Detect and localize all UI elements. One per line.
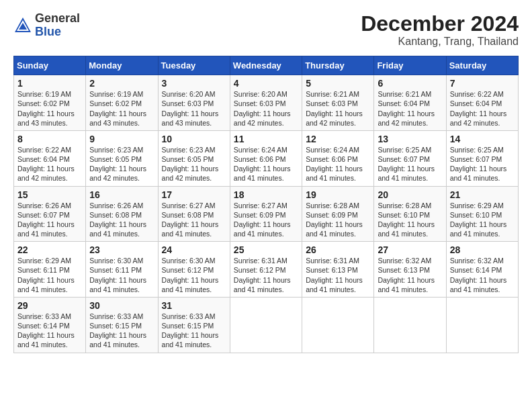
page-title: December 2024	[361, 12, 519, 36]
day-info: Sunrise: 6:24 AMSunset: 6:06 PMDaylight:…	[234, 146, 291, 183]
table-cell: 1 Sunrise: 6:19 AMSunset: 6:02 PMDayligh…	[14, 75, 86, 131]
day-number: 8	[17, 134, 83, 144]
table-cell: 28 Sunrise: 6:32 AMSunset: 6:14 PMDaylig…	[446, 242, 518, 298]
day-number: 1	[17, 78, 83, 89]
calendar-table: Sunday Monday Tuesday Wednesday Thursday…	[13, 56, 519, 353]
table-cell: 7 Sunrise: 6:22 AMSunset: 6:04 PMDayligh…	[446, 75, 518, 131]
table-cell: 10 Sunrise: 6:23 AMSunset: 6:05 PMDaylig…	[158, 130, 230, 186]
day-number: 28	[450, 244, 515, 255]
table-cell: 6 Sunrise: 6:21 AMSunset: 6:04 PMDayligh…	[374, 75, 446, 131]
table-cell: 18 Sunrise: 6:27 AMSunset: 6:09 PMDaylig…	[230, 186, 302, 242]
day-number: 31	[162, 300, 227, 311]
header: General Blue December 2024 Kantang, Tran…	[13, 12, 519, 48]
table-cell: 22 Sunrise: 6:29 AMSunset: 6:11 PMDaylig…	[14, 242, 86, 298]
day-info: Sunrise: 6:33 AMSunset: 6:15 PMDaylight:…	[162, 312, 219, 349]
day-info: Sunrise: 6:30 AMSunset: 6:11 PMDaylight:…	[89, 257, 146, 293]
day-info: Sunrise: 6:27 AMSunset: 6:09 PMDaylight:…	[234, 201, 291, 238]
header-row: Sunday Monday Tuesday Wednesday Thursday…	[14, 56, 519, 75]
day-number: 10	[162, 134, 227, 144]
day-info: Sunrise: 6:25 AMSunset: 6:07 PMDaylight:…	[378, 146, 435, 183]
day-number: 2	[89, 78, 154, 89]
day-info: Sunrise: 6:21 AMSunset: 6:03 PMDaylight:…	[306, 90, 363, 127]
day-number: 27	[378, 244, 443, 255]
day-number: 21	[450, 189, 515, 200]
table-cell: 5 Sunrise: 6:21 AMSunset: 6:03 PMDayligh…	[302, 75, 374, 131]
title-area: December 2024 Kantang, Trang, Thailand	[361, 12, 519, 48]
table-cell: 25 Sunrise: 6:31 AMSunset: 6:12 PMDaylig…	[230, 242, 302, 298]
table-row: 22 Sunrise: 6:29 AMSunset: 6:11 PMDaylig…	[14, 242, 519, 298]
table-cell: 4 Sunrise: 6:20 AMSunset: 6:03 PMDayligh…	[230, 75, 302, 131]
table-cell: 31 Sunrise: 6:33 AMSunset: 6:15 PMDaylig…	[158, 297, 230, 353]
day-number: 20	[378, 189, 443, 200]
empty-cell	[230, 297, 302, 353]
table-cell: 16 Sunrise: 6:26 AMSunset: 6:08 PMDaylig…	[86, 186, 158, 242]
day-info: Sunrise: 6:19 AMSunset: 6:02 PMDaylight:…	[89, 90, 146, 127]
day-info: Sunrise: 6:22 AMSunset: 6:04 PMDaylight:…	[17, 146, 75, 183]
day-info: Sunrise: 6:29 AMSunset: 6:11 PMDaylight:…	[17, 257, 75, 293]
day-info: Sunrise: 6:30 AMSunset: 6:12 PMDaylight:…	[162, 257, 219, 293]
day-number: 13	[378, 134, 443, 144]
day-info: Sunrise: 6:24 AMSunset: 6:06 PMDaylight:…	[306, 146, 363, 183]
col-monday: Monday	[86, 56, 158, 75]
day-info: Sunrise: 6:28 AMSunset: 6:10 PMDaylight:…	[378, 201, 435, 238]
day-number: 18	[234, 189, 299, 200]
day-info: Sunrise: 6:26 AMSunset: 6:07 PMDaylight:…	[17, 201, 75, 238]
day-info: Sunrise: 6:31 AMSunset: 6:13 PMDaylight:…	[306, 257, 363, 293]
logo-blue: Blue	[35, 26, 80, 39]
day-number: 24	[162, 244, 227, 255]
day-info: Sunrise: 6:32 AMSunset: 6:14 PMDaylight:…	[450, 257, 507, 293]
empty-cell	[446, 297, 518, 353]
day-info: Sunrise: 6:33 AMSunset: 6:15 PMDaylight:…	[89, 312, 146, 349]
col-wednesday: Wednesday	[230, 56, 302, 75]
day-number: 17	[162, 189, 227, 200]
table-cell: 20 Sunrise: 6:28 AMSunset: 6:10 PMDaylig…	[374, 186, 446, 242]
day-number: 22	[17, 244, 83, 255]
day-number: 29	[17, 300, 83, 311]
day-info: Sunrise: 6:26 AMSunset: 6:08 PMDaylight:…	[89, 201, 146, 238]
day-info: Sunrise: 6:31 AMSunset: 6:12 PMDaylight:…	[234, 257, 291, 293]
table-cell: 30 Sunrise: 6:33 AMSunset: 6:15 PMDaylig…	[86, 297, 158, 353]
day-info: Sunrise: 6:27 AMSunset: 6:08 PMDaylight:…	[162, 201, 219, 238]
table-cell: 29 Sunrise: 6:33 AMSunset: 6:14 PMDaylig…	[14, 297, 86, 353]
logo-general: General	[35, 12, 80, 26]
table-cell: 21 Sunrise: 6:29 AMSunset: 6:10 PMDaylig…	[446, 186, 518, 242]
table-cell: 3 Sunrise: 6:20 AMSunset: 6:03 PMDayligh…	[158, 75, 230, 131]
day-info: Sunrise: 6:21 AMSunset: 6:04 PMDaylight:…	[378, 90, 435, 127]
day-number: 7	[450, 78, 515, 89]
col-sunday: Sunday	[14, 56, 86, 75]
table-cell: 24 Sunrise: 6:30 AMSunset: 6:12 PMDaylig…	[158, 242, 230, 298]
table-row: 8 Sunrise: 6:22 AMSunset: 6:04 PMDayligh…	[14, 130, 519, 186]
day-number: 4	[234, 78, 299, 89]
day-number: 19	[306, 189, 371, 200]
table-row: 15 Sunrise: 6:26 AMSunset: 6:07 PMDaylig…	[14, 186, 519, 242]
col-friday: Friday	[374, 56, 446, 75]
page-subtitle: Kantang, Trang, Thailand	[361, 36, 519, 48]
day-info: Sunrise: 6:20 AMSunset: 6:03 PMDaylight:…	[234, 90, 291, 127]
table-cell: 12 Sunrise: 6:24 AMSunset: 6:06 PMDaylig…	[302, 130, 374, 186]
table-cell: 2 Sunrise: 6:19 AMSunset: 6:02 PMDayligh…	[86, 75, 158, 131]
logo-text: General Blue	[35, 12, 80, 39]
table-cell: 27 Sunrise: 6:32 AMSunset: 6:13 PMDaylig…	[374, 242, 446, 298]
table-row: 29 Sunrise: 6:33 AMSunset: 6:14 PMDaylig…	[14, 297, 519, 353]
day-number: 30	[89, 300, 154, 311]
day-number: 9	[89, 134, 154, 144]
day-info: Sunrise: 6:23 AMSunset: 6:05 PMDaylight:…	[162, 146, 219, 183]
day-info: Sunrise: 6:28 AMSunset: 6:09 PMDaylight:…	[306, 201, 363, 238]
day-info: Sunrise: 6:19 AMSunset: 6:02 PMDaylight:…	[17, 90, 75, 127]
day-number: 11	[234, 134, 299, 144]
table-cell: 17 Sunrise: 6:27 AMSunset: 6:08 PMDaylig…	[158, 186, 230, 242]
empty-cell	[374, 297, 446, 353]
day-number: 12	[306, 134, 371, 144]
day-number: 26	[306, 244, 371, 255]
col-thursday: Thursday	[302, 56, 374, 75]
day-info: Sunrise: 6:33 AMSunset: 6:14 PMDaylight:…	[17, 312, 75, 349]
day-info: Sunrise: 6:29 AMSunset: 6:10 PMDaylight:…	[450, 201, 507, 238]
table-cell: 13 Sunrise: 6:25 AMSunset: 6:07 PMDaylig…	[374, 130, 446, 186]
col-tuesday: Tuesday	[158, 56, 230, 75]
table-cell: 8 Sunrise: 6:22 AMSunset: 6:04 PMDayligh…	[14, 130, 86, 186]
day-number: 15	[17, 189, 83, 200]
day-number: 3	[162, 78, 227, 89]
day-info: Sunrise: 6:20 AMSunset: 6:03 PMDaylight:…	[162, 90, 219, 127]
day-info: Sunrise: 6:25 AMSunset: 6:07 PMDaylight:…	[450, 146, 507, 183]
day-number: 25	[234, 244, 299, 255]
